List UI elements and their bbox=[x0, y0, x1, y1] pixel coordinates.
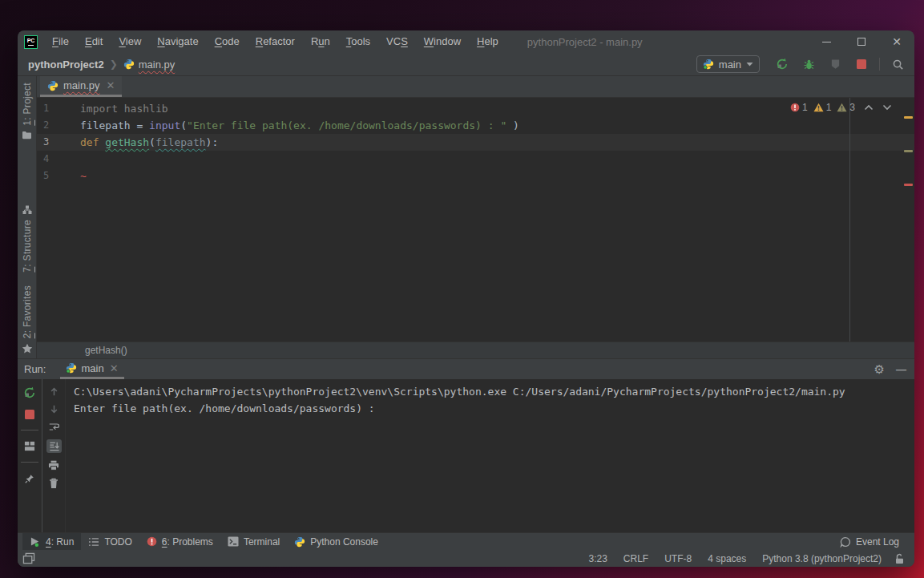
editor-tab-bar: main.py ✕ bbox=[37, 76, 914, 98]
label: 4: Run bbox=[46, 536, 74, 548]
badge-count: 1 bbox=[826, 102, 832, 113]
restore-layout-icon[interactable] bbox=[24, 441, 35, 451]
breadcrumb-project[interactable]: pythonProject2 bbox=[28, 59, 104, 71]
menu-edit[interactable]: Edit bbox=[77, 30, 111, 53]
run-tab-close-icon[interactable]: ✕ bbox=[110, 362, 119, 374]
label: TODO bbox=[104, 536, 131, 548]
terminal-icon bbox=[228, 536, 239, 547]
stripe-mark-warning[interactable] bbox=[904, 116, 913, 119]
code-lines: 1import hashlib2filepath = input("Enter … bbox=[37, 100, 914, 184]
line-number[interactable]: 4 bbox=[37, 151, 80, 168]
stripe-mark-error[interactable] bbox=[904, 184, 913, 186]
statusbar-line-ending[interactable]: CRLF bbox=[623, 553, 648, 564]
error-icon bbox=[790, 103, 800, 112]
chevron-down-icon bbox=[746, 62, 753, 67]
run-header-actions: ⚙ — bbox=[874, 359, 906, 379]
line-number[interactable]: 1 bbox=[37, 100, 80, 117]
sidebar-item-structure[interactable]: 7: Structure bbox=[22, 205, 33, 273]
menu-vcs[interactable]: VCS bbox=[378, 30, 416, 53]
close-button[interactable]: ✕ bbox=[879, 30, 914, 53]
toolwindow-button-terminal[interactable]: Terminal bbox=[220, 533, 287, 550]
statusbar-indent[interactable]: 4 spaces bbox=[708, 553, 746, 564]
breadcrumb-chevron-icon: ❯ bbox=[110, 59, 118, 70]
coverage-button[interactable] bbox=[826, 55, 844, 73]
rerun-icon[interactable] bbox=[23, 386, 36, 399]
tab-python-icon bbox=[47, 80, 59, 91]
run-tab-main[interactable]: main ✕ bbox=[60, 359, 123, 379]
editor-column: main.py ✕ 1import hashlib2filepath = inp… bbox=[37, 76, 914, 358]
run-configuration-select[interactable]: main bbox=[696, 55, 760, 73]
soft-wrap-icon[interactable] bbox=[48, 422, 59, 432]
run-tool-window: Run: main ✕ ⚙ — C:\Users\adani\PycharmPr… bbox=[18, 358, 914, 532]
statusbar-caret-position[interactable]: 3:23 bbox=[589, 553, 607, 564]
code-line-5: 5~ bbox=[37, 168, 914, 184]
sidebar-item-favorites[interactable]: 2: Favorites bbox=[22, 285, 33, 354]
menu-navigate[interactable]: Navigate bbox=[149, 30, 206, 53]
toolwindow-button-problems[interactable]: 6: Problems bbox=[139, 533, 220, 550]
clear-all-icon[interactable] bbox=[49, 478, 59, 489]
previous-error-icon[interactable] bbox=[864, 104, 874, 111]
main-area: 1: Project 7: Structure2: Favorites main… bbox=[18, 76, 914, 358]
menu-bar: FileEditViewNavigateCodeRefactorRunTools… bbox=[44, 30, 506, 53]
code-editor[interactable]: 1import hashlib2filepath = input("Enter … bbox=[37, 98, 914, 342]
scroll-to-end-icon[interactable] bbox=[46, 439, 62, 453]
toolwindow-button-python-console[interactable]: Python Console bbox=[287, 533, 385, 550]
maximize-button[interactable] bbox=[844, 30, 879, 53]
stop-icon[interactable] bbox=[25, 410, 34, 419]
toolwindow-bars-toggle-icon[interactable] bbox=[22, 552, 35, 564]
print-icon[interactable] bbox=[48, 460, 59, 471]
inspections-widget[interactable]: 113 bbox=[790, 102, 892, 113]
structure-icon bbox=[22, 205, 32, 215]
debug-button[interactable] bbox=[800, 55, 817, 73]
settings-gear-icon[interactable]: ⚙ bbox=[874, 362, 885, 377]
line-number[interactable]: 2 bbox=[37, 117, 80, 134]
editor-breadcrumb[interactable]: getHash() bbox=[37, 342, 914, 358]
pycharm-window: PC FileEditViewNavigateCodeRefactorRunTo… bbox=[18, 30, 914, 567]
statusbar-interpreter[interactable]: Python 3.8 (pythonProject2) bbox=[762, 553, 882, 564]
weak-count-badge[interactable]: 3 bbox=[837, 102, 855, 113]
menu-refactor[interactable]: Refactor bbox=[248, 30, 303, 53]
label: 6: Problems bbox=[162, 536, 213, 548]
navigation-bar: pythonProject2 ❯ main.py main bbox=[18, 53, 914, 76]
code-token: ( bbox=[149, 134, 155, 151]
menu-file[interactable]: File bbox=[44, 30, 77, 53]
toolwindow-button-run[interactable]: 4: Run bbox=[22, 533, 81, 550]
pin-tab-icon[interactable] bbox=[24, 473, 35, 484]
run-tab-python-icon bbox=[66, 362, 77, 374]
up-stack-trace-icon[interactable] bbox=[49, 386, 59, 397]
error-stripe[interactable] bbox=[903, 98, 914, 342]
menu-help[interactable]: Help bbox=[469, 30, 506, 53]
down-stack-trace-icon[interactable] bbox=[49, 404, 59, 414]
statusbar-encoding[interactable]: UTF-8 bbox=[664, 553, 692, 564]
menu-code[interactable]: Code bbox=[207, 30, 248, 53]
run-panel-header: Run: main ✕ ⚙ — bbox=[18, 359, 914, 379]
run-console[interactable]: C:\Users\adani\PycharmProjects\pythonPro… bbox=[66, 379, 914, 532]
toolwindow-button-todo[interactable]: TODO bbox=[81, 533, 139, 550]
code-token: def bbox=[80, 134, 105, 151]
right-margin-guide bbox=[849, 98, 850, 342]
breadcrumb-file-python-icon bbox=[123, 59, 135, 70]
label: Python Console bbox=[310, 536, 378, 548]
line-number[interactable]: 5 bbox=[37, 168, 80, 184]
badge-count: 1 bbox=[802, 102, 808, 113]
sidebar-item-project[interactable]: 1: Project bbox=[22, 83, 33, 139]
tab-main-py[interactable]: main.py ✕ bbox=[40, 76, 122, 97]
menu-window[interactable]: Window bbox=[416, 30, 469, 53]
minimize-button[interactable] bbox=[809, 30, 844, 53]
search-everywhere-icon[interactable] bbox=[889, 55, 906, 73]
error-count-badge[interactable]: 1 bbox=[790, 102, 808, 113]
next-error-icon[interactable] bbox=[882, 104, 892, 111]
rerun-button[interactable] bbox=[773, 55, 791, 73]
menu-view[interactable]: View bbox=[111, 30, 149, 53]
menu-tools[interactable]: Tools bbox=[338, 30, 378, 53]
breadcrumb-file[interactable]: main.py bbox=[139, 59, 176, 71]
unlocked-padlock-icon[interactable] bbox=[894, 553, 905, 564]
menu-run[interactable]: Run bbox=[303, 30, 338, 53]
line-number[interactable]: 3 bbox=[37, 134, 80, 151]
tab-close-icon[interactable]: ✕ bbox=[107, 79, 115, 91]
warning-count-badge[interactable]: 1 bbox=[813, 102, 832, 113]
event-log-button[interactable]: Event Log bbox=[833, 533, 906, 550]
stop-button[interactable] bbox=[853, 55, 870, 73]
stripe-mark-weak[interactable] bbox=[904, 150, 913, 152]
hide-panel-icon[interactable]: — bbox=[896, 363, 906, 375]
